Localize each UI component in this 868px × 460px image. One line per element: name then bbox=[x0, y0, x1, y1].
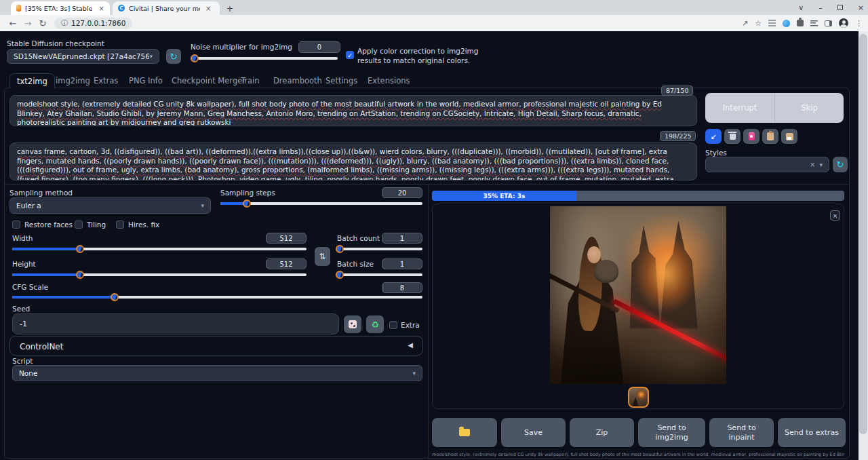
save-style-button[interactable] bbox=[781, 129, 797, 144]
gallery-thumbnail-selected[interactable] bbox=[628, 387, 649, 408]
width-slider[interactable] bbox=[12, 245, 307, 253]
bookmark-star-icon[interactable]: ☆ bbox=[755, 19, 762, 28]
window-chevron-icon[interactable]: ∨ bbox=[798, 3, 804, 12]
extra-networks-button[interactable] bbox=[743, 129, 760, 144]
page-scrollbar[interactable] bbox=[859, 31, 868, 460]
tab-settings[interactable]: Settings bbox=[319, 73, 364, 88]
tiling-checkbox[interactable] bbox=[75, 221, 83, 229]
hires-fix-checkbox[interactable] bbox=[116, 221, 124, 229]
skip-button[interactable]: Skip bbox=[775, 93, 844, 123]
tab-png-info[interactable]: PNG Info bbox=[122, 73, 170, 88]
chevron-down-icon: ▾ bbox=[149, 53, 153, 60]
slider-thumb[interactable] bbox=[76, 271, 84, 279]
paste-generation-params-button[interactable]: ↙ bbox=[705, 129, 722, 144]
noise-multiplier-slider[interactable] bbox=[191, 54, 338, 62]
extension-blue-icon[interactable] bbox=[783, 20, 790, 27]
reload-icon[interactable]: ↻ bbox=[35, 18, 50, 28]
browser-tab-civitai[interactable]: C Civitai | Share your models × bbox=[113, 1, 220, 15]
save-button[interactable]: Save bbox=[501, 418, 566, 447]
send-to-extras-button[interactable]: Send to extras bbox=[778, 418, 846, 447]
seed-input[interactable]: -1 bbox=[12, 313, 339, 334]
browser-tab-active[interactable]: [35% ETA: 3s] Stable Diffusion × bbox=[11, 1, 110, 15]
extra-seed-checkbox[interactable] bbox=[389, 321, 397, 329]
restore-faces-checkbox[interactable] bbox=[12, 221, 20, 229]
tab-extensions[interactable]: Extensions bbox=[361, 73, 416, 88]
browser-menu-icon[interactable]: ⋮ bbox=[855, 19, 863, 28]
script-value: None bbox=[19, 369, 37, 377]
script-dropdown[interactable]: None ▾ bbox=[12, 365, 422, 381]
swap-icon: ⇅ bbox=[319, 252, 326, 261]
sampling-steps-value[interactable]: 20 bbox=[382, 187, 422, 198]
tab-close-icon[interactable]: × bbox=[205, 5, 211, 12]
controlnet-accordion[interactable]: ControlNet ◀ bbox=[9, 336, 423, 356]
address-bar[interactable]: ⓘ 127.0.0.1:7860 bbox=[54, 18, 132, 29]
refresh-icon: ↻ bbox=[837, 159, 844, 170]
sampling-steps-slider[interactable] bbox=[220, 199, 422, 208]
swap-dimensions-button[interactable]: ⇅ bbox=[315, 247, 330, 266]
slider-thumb[interactable] bbox=[111, 293, 119, 301]
forward-icon[interactable]: → bbox=[20, 18, 35, 28]
batch-size-slider[interactable] bbox=[336, 271, 422, 279]
apply-style-button[interactable] bbox=[762, 129, 778, 144]
controlnet-label: ControlNet bbox=[20, 342, 63, 351]
slider-track bbox=[336, 273, 422, 276]
slider-thumb[interactable] bbox=[243, 199, 251, 208]
gallery-close-button[interactable]: × bbox=[830, 210, 840, 221]
sampling-method-dropdown[interactable]: Euler a ▾ bbox=[9, 197, 211, 214]
window-maximize-icon[interactable] bbox=[837, 5, 843, 10]
open-folder-button[interactable] bbox=[432, 418, 497, 447]
slider-thumb[interactable] bbox=[76, 245, 84, 253]
refresh-icon: ↻ bbox=[170, 52, 178, 62]
slider-thumb[interactable] bbox=[191, 54, 199, 62]
interrupt-button[interactable]: Interrupt bbox=[705, 93, 775, 123]
batch-count-slider[interactable] bbox=[336, 245, 422, 253]
checkpoint-dropdown[interactable]: SD15NewVAEpruned.ckpt [27a4ac756c] ▾ bbox=[7, 49, 159, 64]
back-icon[interactable]: ← bbox=[5, 18, 20, 28]
styles-refresh-button[interactable]: ↻ bbox=[833, 157, 848, 172]
progress-fill: 35% ETA: 3s bbox=[432, 191, 576, 201]
noise-multiplier-value[interactable]: 0 bbox=[298, 41, 340, 53]
side-panel-icon[interactable] bbox=[825, 20, 832, 26]
slider-thumb[interactable] bbox=[336, 245, 344, 253]
accordion-arrow-icon: ◀ bbox=[408, 341, 413, 349]
extensions-puzzle-icon[interactable] bbox=[797, 20, 804, 26]
clear-prompt-button[interactable] bbox=[724, 129, 741, 144]
send-to-inpaint-button[interactable]: Send to inpaint bbox=[709, 418, 774, 447]
width-value[interactable]: 512 bbox=[266, 233, 307, 244]
window-close-icon[interactable]: × bbox=[858, 3, 864, 12]
generated-image[interactable] bbox=[550, 206, 726, 384]
generation-info-text: modelshoot style, (extremely detailed CG… bbox=[432, 452, 844, 459]
color-correction-checkbox[interactable]: ✓ bbox=[346, 51, 354, 59]
scrollbar-thumb[interactable] bbox=[859, 34, 867, 434]
prompt-textarea[interactable]: modelshoot style, (extremely detailed CG… bbox=[9, 95, 697, 126]
tab-close-icon[interactable]: × bbox=[99, 5, 104, 12]
site-info-icon[interactable]: ⓘ bbox=[61, 18, 68, 28]
cfg-scale-value[interactable]: 8 bbox=[382, 282, 422, 293]
slider-thumb[interactable] bbox=[336, 271, 344, 279]
extension-grid-icon[interactable] bbox=[768, 20, 776, 26]
random-seed-button[interactable] bbox=[344, 315, 361, 333]
clear-styles-icon[interactable]: × bbox=[810, 161, 815, 168]
image-vignette bbox=[550, 206, 726, 384]
share-icon[interactable]: ↗ bbox=[742, 19, 748, 28]
batch-count-value[interactable]: 1 bbox=[382, 233, 422, 244]
new-tab-button[interactable]: + bbox=[224, 2, 236, 14]
tab-extras[interactable]: Extras bbox=[87, 73, 125, 88]
window-minimize-icon[interactable]: – bbox=[818, 3, 823, 12]
checkpoint-label: Stable Diffusion checkpoint bbox=[7, 39, 104, 47]
send-to-img2img-button[interactable]: Send to img2img bbox=[638, 418, 705, 447]
profile-avatar[interactable] bbox=[839, 18, 848, 28]
slider-fill bbox=[12, 248, 80, 250]
checkpoint-refresh-button[interactable]: ↻ bbox=[166, 49, 181, 64]
zip-button[interactable]: Zip bbox=[570, 418, 634, 447]
cfg-scale-slider[interactable] bbox=[12, 293, 422, 301]
negative-prompt-textarea[interactable]: canvas frame, cartoon, 3d, ((disfigured)… bbox=[9, 142, 697, 180]
reuse-seed-button[interactable]: ♻ bbox=[366, 315, 384, 333]
tab-txt2img[interactable]: txt2img bbox=[9, 73, 55, 88]
batch-size-value[interactable]: 1 bbox=[382, 258, 422, 269]
tab-train[interactable]: Train bbox=[234, 73, 267, 88]
height-value[interactable]: 512 bbox=[266, 258, 307, 269]
reading-list-icon[interactable] bbox=[810, 20, 818, 26]
height-slider[interactable] bbox=[12, 271, 307, 279]
styles-dropdown[interactable]: × ▾ bbox=[705, 157, 829, 172]
